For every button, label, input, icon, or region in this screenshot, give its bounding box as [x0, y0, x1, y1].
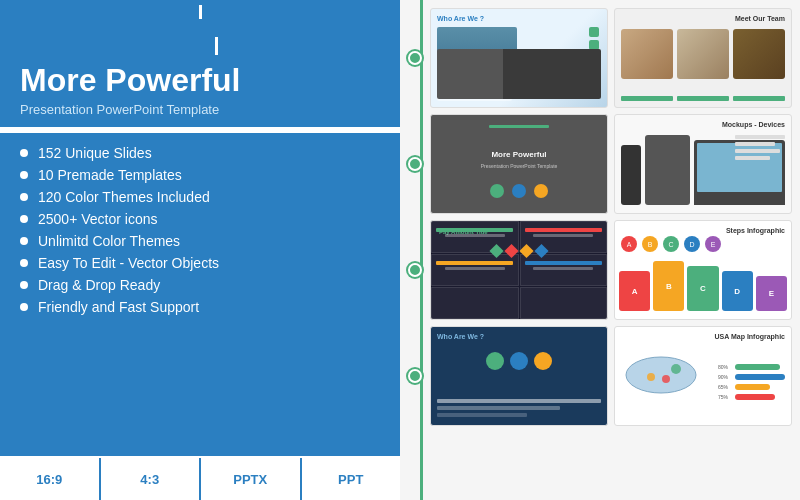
prog-bar-item: 90%: [718, 374, 785, 380]
text-line: [437, 97, 512, 101]
feature-text: 120 Color Themes Included: [38, 189, 210, 205]
usa-map-svg: [621, 347, 706, 397]
slide-thumbnail[interactable]: [430, 326, 608, 426]
text-line: [437, 85, 587, 89]
format-ppt[interactable]: PPT: [302, 458, 401, 500]
slide-thumbnail[interactable]: A B C D E A B: [614, 220, 792, 320]
features-list: 152 Unique Slides 10 Premade Templates 1…: [0, 133, 400, 456]
phone-mockup: [621, 145, 641, 205]
cell-text: [445, 267, 505, 270]
bullet-dot: [20, 149, 28, 157]
info-line: [735, 142, 775, 146]
tablet-mockup: [645, 135, 690, 205]
bullet-dot: [20, 259, 28, 267]
cell-bar: [436, 228, 513, 232]
feature-item: Drag & Drop Ready: [20, 277, 380, 293]
team-photo: [733, 29, 785, 79]
main-title: More Powerful: [20, 63, 380, 98]
slide-row-3: A B C D E A B: [408, 220, 792, 320]
legend-dot: C: [663, 236, 679, 252]
slide-thumbnail[interactable]: [430, 114, 608, 214]
step-box: C: [687, 266, 718, 311]
timeline-dot: [408, 263, 422, 277]
bullet-dot: [20, 303, 28, 311]
legend-dot: D: [684, 236, 700, 252]
mp-icon: [490, 184, 504, 198]
slide-thumbnail[interactable]: [430, 8, 608, 108]
mp-icon: [512, 184, 526, 198]
diamond-shape: [504, 244, 518, 258]
format-169[interactable]: 16:9: [0, 458, 101, 500]
prog-label: 65%: [718, 384, 733, 390]
top-legend: A B C D E: [621, 229, 785, 259]
circles-row: [486, 352, 552, 370]
prog-bar: [735, 384, 770, 390]
bullet-dot: [20, 237, 28, 245]
prog-label: 80%: [718, 364, 733, 370]
bullet-dot: [20, 171, 28, 179]
grid-lines: [431, 221, 607, 319]
svg-point-0: [626, 357, 696, 393]
text-area: [437, 85, 587, 101]
cell-bar: [525, 261, 602, 265]
feature-item: 10 Premade Templates: [20, 167, 380, 183]
legend-dot: E: [705, 236, 721, 252]
icon-sq: [589, 79, 599, 89]
cell-bar: [525, 228, 602, 232]
timeline-dot: [408, 369, 422, 383]
icon-sq: [589, 40, 599, 50]
bullet-dot: [20, 193, 28, 201]
diamond-shape: [489, 244, 503, 258]
icon-sq: [589, 66, 599, 76]
format-pptx[interactable]: PPTX: [201, 458, 302, 500]
cell-text: [445, 234, 505, 237]
photo-area: [437, 27, 517, 82]
cell-text: [533, 234, 593, 237]
step-box: B: [653, 261, 684, 311]
cell-bar: [436, 261, 513, 265]
slide-thumbnail[interactable]: [430, 220, 608, 320]
slide-row-4: 80% 90% 65% 75%: [408, 326, 792, 426]
legend-label: D: [689, 241, 694, 248]
slide-thumbnail[interactable]: [614, 114, 792, 214]
step-label: B: [666, 282, 672, 291]
photo-placeholder: [437, 27, 517, 82]
info-line: [735, 135, 785, 139]
slide-row-2: [408, 114, 792, 214]
prog-label: 90%: [718, 374, 733, 380]
mp-icon: [534, 184, 548, 198]
progress-bars: 80% 90% 65% 75%: [718, 347, 785, 417]
header-section: More Powerful Presentation PowerPoint Te…: [0, 19, 400, 130]
icon-sq: [589, 27, 599, 37]
feature-item: Unlimitd Color Themes: [20, 233, 380, 249]
step-box: A: [619, 271, 650, 311]
text-line: [437, 406, 560, 410]
feature-text: Easy To Edit - Vector Objects: [38, 255, 219, 271]
team-text: [621, 96, 785, 101]
feature-text: 2500+ Vector icons: [38, 211, 157, 227]
top-decoration: [0, 0, 400, 19]
icon-sq: [589, 53, 599, 63]
name-row: [621, 96, 785, 101]
circle-shape: [534, 352, 552, 370]
diamond-shape: [534, 244, 548, 258]
svg-point-1: [671, 364, 681, 374]
format-43[interactable]: 4:3: [101, 458, 202, 500]
slide-thumbnail[interactable]: [614, 8, 792, 108]
prog-label: 75%: [718, 394, 733, 400]
circle-shape: [486, 352, 504, 370]
info-line: [735, 156, 770, 160]
team-photo: [677, 29, 729, 79]
info-line: [735, 149, 780, 153]
text-line: [437, 413, 527, 417]
feature-text: Drag & Drop Ready: [38, 277, 160, 293]
slide-thumbnail[interactable]: 80% 90% 65% 75%: [614, 326, 792, 426]
grid-cell: [431, 254, 519, 286]
name-bar: [621, 96, 673, 101]
format-bar: 16:9 4:3 PPTX PPT: [0, 456, 400, 500]
name-bar: [733, 96, 785, 101]
circle-shape: [510, 352, 528, 370]
grid-cell: [431, 287, 519, 319]
diamond-row: [492, 246, 547, 256]
feature-item: Easy To Edit - Vector Objects: [20, 255, 380, 271]
